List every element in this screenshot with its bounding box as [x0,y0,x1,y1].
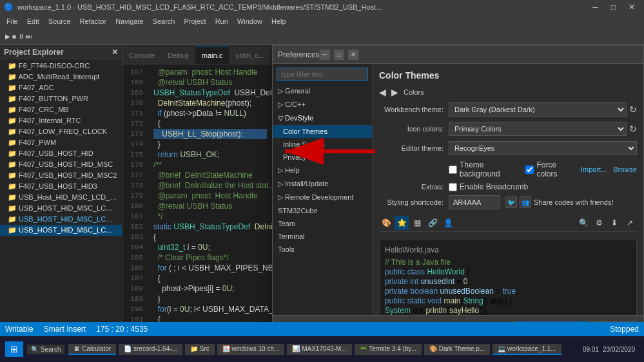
nav-general[interactable]: ▷ General [273,84,372,98]
browse-link[interactable]: Browse [613,166,637,173]
tree-item-f407-pwm[interactable]: 📁 F407_PWM [0,137,122,148]
minimize-btn[interactable]: ─ [587,3,603,12]
facebook-share-icon[interactable]: 👥 [520,196,531,208]
icon-colors-refresh-btn[interactable]: ↻ [629,124,637,134]
export-icon-btn[interactable]: ⬇ [318,321,332,323]
tool-settings[interactable]: ⚙ [592,216,606,230]
nav-remote[interactable]: ▷ Remote Development [273,191,372,204]
search-taskbar-btn[interactable]: 🔍 Search [27,345,64,354]
twitter-share-icon[interactable]: 🐦 [505,196,517,208]
taskbar-srecord[interactable]: 📄 srecord-1.64-... [119,344,182,355]
nav-terminal[interactable]: Terminal [273,230,372,243]
taskbar-termite[interactable]: 📟 Termite 3.4 (by... [355,344,422,355]
preferences-title: Preferences [278,50,320,59]
tool-share[interactable]: ↗ [623,216,637,230]
apply-and-close-btn[interactable]: Apply and Close [516,321,589,323]
nav-help[interactable]: ▷ Help [273,164,372,177]
tree-item-usb-host1[interactable]: 📁 USB_Host_HID_MSC_LCD_FLASH_RTC [0,192,122,203]
tree-item-adc-multi[interactable]: 📁 ADC_MultiRead_Interrupt [0,71,122,82]
menu-edit[interactable]: Edit [23,16,43,26]
help-icon-btn[interactable]: ? [279,321,293,323]
tool-palette[interactable]: 🎨 [379,216,393,230]
taskbar-calculator[interactable]: 🖩 Calculator [68,344,116,355]
nav-install[interactable]: ▷ Install/Update [273,177,372,191]
preview-line-7: System.out.println(sayHello()); [385,306,631,315]
nav-team[interactable]: Team [273,217,372,230]
import-link[interactable]: Import... [581,166,607,173]
code-content[interactable]: @param phost: Host Handle @retval USBH S… [148,64,272,322]
cancel-btn[interactable]: Cancel [593,321,637,323]
icon-colors-select-wrap: Primary Colors Classic Monochrome ↻ [449,122,637,136]
force-colors-checkbox[interactable] [525,166,534,174]
project-explorer-title: Project Explorer [4,48,64,57]
editor-select[interactable]: RecognEyes Default Dark Monokai Solarize… [449,141,637,155]
taskbar-win10[interactable]: 🪟 windows 10 ch... [217,344,285,355]
maximize-btn[interactable]: □ [606,3,621,12]
menu-run[interactable]: Run [211,16,232,26]
nav-list: ▷ General ▷ C/C++ ▽ DevStyle Color Theme… [273,84,372,315]
tool-search[interactable]: 🔍 [576,216,590,230]
tab-main-c[interactable]: main.c [195,46,229,64]
menu-file[interactable]: File [3,16,22,26]
preferences-title-bar: Preferences ─ □ ✕ [273,46,643,64]
tree-item-usb-hid-msc[interactable]: 📁 F407_USB_HOST_HID_MSC [0,159,122,170]
tree-item-f407-rtc[interactable]: 📁 F407_Internal_RTC [0,115,122,126]
tree-item-usb-hid3[interactable]: 📁 F407_USB_HOST_HID3 [0,181,122,192]
menu-source[interactable]: Source [44,16,75,26]
menu-window[interactable]: Window [233,16,266,26]
tool-star[interactable]: ⭐ [395,216,409,230]
preferences-dialog: Preferences ─ □ ✕ ▷ General ▷ C/C++ [272,45,644,322]
taskbar-max17[interactable]: 📊 MAX17043-M... [287,344,351,355]
start-button[interactable]: ⊞ [5,341,23,357]
nav-stm32[interactable]: STM32Cube [273,204,372,217]
tool-download[interactable]: ⬇ [607,216,621,230]
nav-cpp[interactable]: ▷ C/C++ [273,98,372,111]
taskbar-dark-theme[interactable]: 🎨 Dark Theme.p... [424,344,490,355]
tree-item-usb-host4[interactable]: 📁 USB_HOST_HID_MSC_LCD_FLASH_RTC [0,225,122,236]
nav-privacy[interactable]: Privacy [273,151,372,164]
tree-item-f407-adc[interactable]: 📁 F407_ADC [0,82,122,93]
theme-bg-checkbox[interactable] [449,166,457,174]
shortcode-input[interactable] [449,195,500,209]
taskbar-src[interactable]: 📁 Src [185,344,215,355]
dialog-minimize-btn[interactable]: ─ [320,50,330,60]
tool-person[interactable]: 👤 [441,216,455,230]
nav-back-btn[interactable]: ◀ [379,87,386,97]
tree-item-f407-btn[interactable]: 📁 F407_BUTTON_PWR [0,93,122,104]
tree-item-usb-hid-msc2[interactable]: 📁 F407_USB_HOST_HID_MSC2 [0,170,122,181]
nav-tools[interactable]: Tools [273,243,372,256]
taskbar-workspace[interactable]: 💻 workspace_1.1... [493,344,561,355]
workbench-select[interactable]: Dark Gray (Darkest Dark) Default Dark Li… [449,102,627,117]
breadcrumb-checkbox[interactable] [449,183,457,191]
menu-refactor[interactable]: Refactor [76,16,111,26]
dialog-close-btn[interactable]: ✕ [348,50,358,60]
menu-project[interactable]: Project [180,16,210,26]
tab-usbh[interactable]: usbh_c... [229,46,271,64]
menu-navigate[interactable]: Navigate [112,16,147,26]
breadcrumb-label: Enable Breadcrumb [449,182,528,191]
nav-devstyle[interactable]: ▽ DevStyle [273,111,372,125]
menu-search[interactable]: Search [149,16,179,26]
tab-console[interactable]: Console [122,46,161,64]
dialog-maximize-btn[interactable]: □ [334,50,344,60]
tab-debug[interactable]: Debug [161,46,195,64]
nav-forward-btn[interactable]: ▶ [391,87,398,97]
tree-item-usb-hid[interactable]: 📁 F407_USB_HOST_HID [0,148,122,159]
tree-item-f6[interactable]: 📁 F6_F746-DISCO-CRC [0,61,122,71]
import-icon-btn[interactable]: ⬆ [298,321,313,323]
explorer-collapse-btn[interactable]: ✕ [112,48,118,57]
nav-inline-search[interactable]: Inline Search [273,138,372,151]
menu-help[interactable]: Help [268,16,290,26]
icon-colors-select[interactable]: Primary Colors Classic Monochrome [449,122,627,136]
tool-grid[interactable]: ▦ [410,216,424,230]
tree-item-usb-host3[interactable]: 📁 USB_HOST_HID_MSC_LCD_FLASH_RTC [0,214,122,225]
tree-item-usb-host2[interactable]: 📁 USB_HOST_HID_MSC_LCD_FLASH_RTC [0,203,122,214]
filter-input[interactable] [277,68,368,81]
footer-left-icons: ? ⬆ ⬇ [279,321,332,323]
close-btn[interactable]: ✕ [623,3,640,12]
tree-item-f407-freq[interactable]: 📁 F407_LOW_FREQ_CLOCK [0,126,122,137]
workbench-refresh-btn[interactable]: ↻ [629,104,637,115]
tree-item-f407-crc[interactable]: 📁 F407_CRC_MB [0,104,122,115]
nav-color-themes[interactable]: Color Themes [273,125,372,138]
tool-link[interactable]: 🔗 [425,216,440,230]
